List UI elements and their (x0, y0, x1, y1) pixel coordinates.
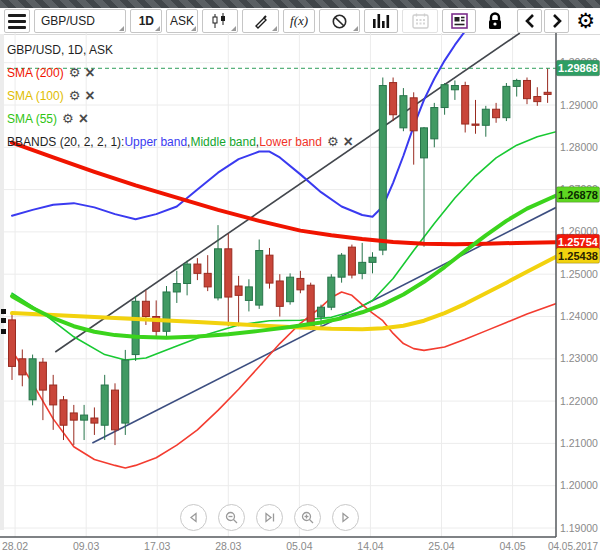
candle (462, 86, 469, 124)
trading-chart-window: GBP/USD 1D ASK (0, 0, 600, 553)
chart-nav-controls (180, 504, 359, 532)
candle (101, 385, 108, 425)
zoom-in-button[interactable] (294, 504, 321, 531)
candle (359, 262, 366, 273)
legend-indicator-row: SMA (55)⚙× (7, 107, 353, 130)
candle (163, 292, 170, 331)
price-tick-label: 1.28000 (560, 141, 598, 153)
indicators-button[interactable]: f(x) (283, 9, 316, 33)
pan-right-button[interactable] (332, 504, 359, 531)
candle (431, 108, 438, 139)
candle (421, 128, 428, 158)
indicator-label: SMA (200) (7, 66, 64, 80)
candle (410, 98, 417, 131)
candle (328, 277, 335, 307)
date-tick-label: 14.04 (357, 540, 383, 552)
zoom-out-button[interactable] (218, 504, 245, 531)
date-tick-label: 17.03 (144, 540, 170, 552)
menu-icon (8, 14, 26, 29)
triangle-right-icon (340, 512, 351, 523)
chevron-corner-icon (231, 26, 236, 31)
hide-drawings-dropdown[interactable] (319, 9, 359, 33)
bbands-label: BBANDS (20, 2, 2, 1): (7, 135, 124, 149)
price-tick-label: 1.22000 (560, 395, 598, 407)
candle (142, 301, 149, 316)
date-tick-label: 09.03 (73, 540, 99, 552)
candle (112, 390, 119, 430)
chevron-corner-icon (272, 26, 277, 31)
date-tick-label: 04.05 (499, 540, 525, 552)
drawing-tools-dropdown[interactable] (242, 9, 278, 33)
indicator-remove-icon[interactable]: × (344, 134, 353, 150)
calendar-icon (412, 13, 429, 29)
triangle-left-icon (188, 512, 199, 523)
go-to-latest-button[interactable] (256, 504, 283, 531)
sma55-value-badge-label: 1.26878 (558, 189, 598, 201)
chevron-corner-icon (155, 26, 160, 31)
candle (256, 251, 263, 306)
indicator-settings-gear-icon[interactable]: ⚙ (69, 66, 81, 79)
timeframe-dropdown[interactable]: 1D (130, 9, 162, 33)
indicator-settings-gear-icon[interactable]: ⚙ (69, 89, 81, 102)
candle (390, 83, 397, 115)
indicator-remove-icon[interactable]: × (79, 111, 88, 127)
chart-legend: GBP/USD, 1D, ASK SMA (200)⚙×SMA (100)⚙×S… (7, 38, 353, 153)
candle (400, 96, 407, 128)
indicator-label: SMA (100) (7, 89, 64, 103)
drawing-anchor-handle[interactable] (1, 318, 6, 323)
candle (524, 80, 531, 98)
lock-icon (487, 12, 503, 30)
indicator-settings-gear-icon[interactable]: ⚙ (62, 112, 74, 125)
scroll-forward-button[interactable] (544, 9, 569, 33)
chevron-right-icon (552, 14, 562, 28)
price-tick-label: 1.25000 (560, 268, 598, 280)
price-tick-label: 1.23000 (560, 352, 598, 364)
candle (318, 307, 325, 317)
price-type-dropdown[interactable]: ASK (166, 9, 198, 33)
sma100-value-badge-label: 1.25438 (558, 250, 598, 262)
candle (482, 109, 489, 125)
candle (472, 124, 479, 125)
candle (132, 301, 139, 354)
drawing-anchor-handle[interactable] (1, 309, 6, 314)
pan-left-button[interactable] (180, 504, 207, 531)
price-tick-label: 1.29000 (560, 99, 598, 111)
lock-button[interactable] (480, 9, 509, 33)
settings-button[interactable]: ⚙ (571, 9, 600, 33)
news-panel-button[interactable] (442, 9, 477, 33)
candle (91, 418, 98, 423)
price-tick-label: 1.19000 (560, 522, 598, 534)
symbol-dropdown[interactable]: GBP/USD (34, 9, 127, 33)
date-tick-label: 25.04 (428, 540, 454, 552)
candle (204, 273, 211, 287)
candle (297, 278, 304, 289)
indicator-settings-gear-icon[interactable]: ⚙ (327, 135, 339, 148)
sma200-value-badge-label: 1.25754 (558, 236, 599, 248)
legend-bbands-row: BBANDS (20, 2, 2, 1): Upper band, Middle… (7, 130, 353, 153)
candle (338, 255, 345, 277)
price-tick-label: 1.21000 (560, 437, 598, 449)
candle (9, 320, 16, 367)
volume-button[interactable] (364, 9, 399, 33)
candle (50, 385, 57, 405)
scroll-back-button[interactable] (517, 9, 542, 33)
indicator-remove-icon[interactable]: × (85, 88, 94, 104)
chart-style-dropdown[interactable] (202, 9, 238, 33)
legend-title: GBP/USD, 1D, ASK (7, 38, 353, 61)
candle (441, 85, 448, 108)
skip-to-end-icon (264, 512, 276, 523)
candle (39, 362, 46, 390)
candle (348, 247, 355, 275)
overlay-line (12, 256, 558, 330)
ask-price-badge-label: 1.29868 (558, 62, 598, 74)
drawing-anchor-handle[interactable] (1, 329, 6, 334)
menu-button[interactable] (4, 9, 30, 33)
pencil-draw-icon (253, 13, 269, 29)
chevron-corner-icon (119, 26, 124, 31)
calendar-button (402, 9, 438, 33)
candle (215, 249, 222, 298)
indicator-remove-icon[interactable]: × (85, 65, 94, 81)
legend-indicator-row: SMA (200)⚙× (7, 61, 353, 84)
candle (81, 415, 88, 420)
legend-indicator-row: SMA (100)⚙× (7, 84, 353, 107)
